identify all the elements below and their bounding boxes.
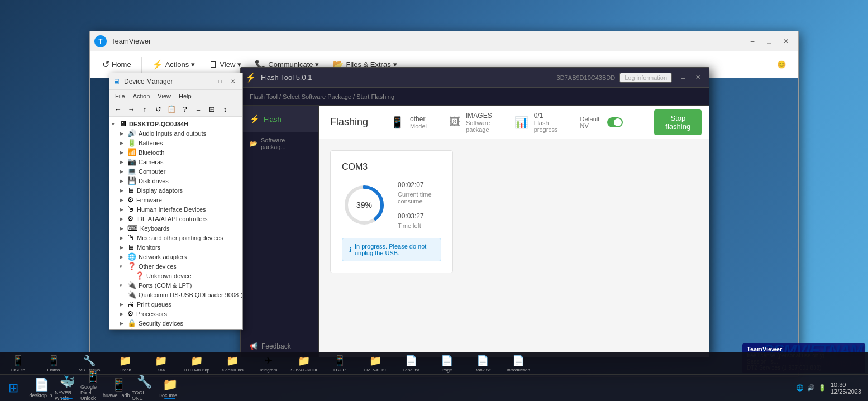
tv-home-button[interactable]: ↺ Home: [97, 56, 137, 73]
dm-ports-item[interactable]: ▾ 🔌 Ports (COM & LPT): [109, 280, 242, 290]
taskbar-desktop-ini[interactable]: 📄 desktop.ini: [29, 376, 54, 400]
view-label: View: [220, 60, 235, 69]
dm-batteries-item[interactable]: ▶ 🔋 Batteries: [109, 138, 242, 147]
flash-log-button[interactable]: Log information: [619, 73, 672, 83]
dm-security-item[interactable]: ▶ 🔒 Security devices: [109, 318, 242, 328]
com-port: COM3: [342, 162, 441, 172]
si-hisuite[interactable]: 📱HiSuite: [0, 352, 36, 375]
stop-flashing-button[interactable]: Stop flashing: [654, 109, 702, 135]
si-emma[interactable]: 📱Emma: [36, 352, 71, 375]
taskbar-date: 12/25/2023: [831, 388, 861, 395]
pkg-label: Software packag...: [261, 137, 309, 150]
dm-title-icon: 🖥: [113, 77, 121, 86]
taskbar-pixel-unlock[interactable]: 📱 Google Pixel Unlock 2.6...: [80, 376, 105, 400]
flash-close-button[interactable]: ✕: [691, 72, 704, 83]
dm-keyboards-item[interactable]: ▶ ⌨ Keyboards: [109, 223, 242, 233]
time-consume-value: 00:02:07: [398, 181, 441, 189]
tv-close-button[interactable]: ✕: [778, 35, 794, 47]
dm-monitors-item[interactable]: ▶ 🖥 Monitors: [109, 242, 242, 252]
dm-computer-item[interactable]: ▶ 💻 Computer: [109, 166, 242, 176]
desktop-ini-icon: 📄: [34, 378, 49, 392]
dm-other-item[interactable]: ▾ ❓ Other devices: [109, 261, 242, 271]
dm-up-button[interactable]: ↑: [139, 103, 151, 116]
si-htc[interactable]: 📁HTC M8 Bkp: [179, 352, 214, 375]
tv-minimize-button[interactable]: –: [745, 35, 760, 47]
dm-unknown-device-item[interactable]: ❓ Unknown device: [109, 271, 242, 280]
dm-view-btn3[interactable]: ↕: [219, 103, 231, 116]
dm-back-button[interactable]: ←: [112, 103, 124, 116]
dm-computer-root[interactable]: ▾ 🖥 DESKTOP-QO0J84H: [109, 119, 242, 128]
dm-diskdrives-item[interactable]: ▶ 💾 Disk drives: [109, 176, 242, 185]
dm-forward-button[interactable]: →: [125, 103, 137, 116]
default-nv-toggle: Default NV: [580, 116, 623, 129]
dm-menu-view[interactable]: View: [154, 90, 174, 102]
flash-card: COM3 39% 00:0: [330, 150, 453, 273]
si-label[interactable]: 📄Label.txt: [393, 352, 429, 375]
si-bank[interactable]: 📄Bank.txt: [465, 352, 500, 375]
sidebar-software-pkg[interactable]: 📂 Software packag...: [241, 132, 318, 155]
home-icon: ↺: [102, 59, 109, 70]
dm-processors-item[interactable]: ▶ ⚙ Processors: [109, 309, 242, 318]
documents-icon: 📁: [163, 378, 178, 392]
dm-printqueue-item[interactable]: ▶ 🖨 Print queues: [109, 299, 242, 309]
lgup-icon: 📱: [333, 355, 346, 367]
si-x64[interactable]: 📁X64: [143, 352, 179, 375]
sidebar-flash-item[interactable]: ⚡ Flash: [241, 106, 318, 132]
si-crack[interactable]: 📁Crack: [107, 352, 143, 375]
dm-refresh-button[interactable]: ↺: [152, 103, 164, 116]
si-page[interactable]: 📄Page: [429, 352, 465, 375]
dm-menu-action[interactable]: Action: [130, 90, 154, 102]
taskbar-documents[interactable]: 📁 Docume...: [158, 376, 182, 400]
dm-ide-item[interactable]: ▶ ⚙ IDE ATA/ATAPI controllers: [109, 214, 242, 223]
start-button[interactable]: ⊞: [0, 375, 27, 402]
dm-audio-item[interactable]: ▶ 🔊 Audio inputs and outputs: [109, 128, 242, 138]
flash-minimize-button[interactable]: –: [676, 72, 690, 83]
dm-maximize-button[interactable]: □: [214, 77, 226, 87]
time-left-label: Time left: [398, 222, 441, 229]
intro-icon: 📄: [512, 355, 524, 367]
taskbar-naver-whale[interactable]: 🐳 NAVER Whale: [55, 376, 79, 400]
info-icon: ℹ: [349, 246, 351, 254]
si-xiaomi[interactable]: 📁XiaoMiFlas: [214, 352, 250, 375]
time-consume-label: Current time consume: [398, 191, 441, 204]
cmr-icon: 📁: [369, 355, 381, 367]
si-lgup[interactable]: 📱LGUP: [322, 352, 357, 375]
nv-toggle-switch[interactable]: [607, 117, 623, 127]
tv-actions-button[interactable]: ⚡ Actions ▾: [146, 56, 201, 73]
sidebar-flash-label: Flash: [264, 115, 282, 123]
taskbar-huawei-adb[interactable]: 📱 huawei_adb...: [106, 376, 131, 400]
computer-label: DESKTOP-QO0J84H: [129, 121, 188, 127]
taskbar-time: 10:30: [831, 381, 861, 388]
tv-emoji-button[interactable]: 😊: [771, 57, 791, 72]
dm-properties-button[interactable]: 📋: [165, 103, 178, 116]
dm-bluetooth-item[interactable]: ▶ 📶 Bluetooth: [109, 147, 242, 157]
x64-icon: 📁: [155, 355, 167, 367]
dm-display-item[interactable]: ▶ 🖥 Display adaptors: [109, 185, 242, 195]
dm-device-tree: ▾ 🖥 DESKTOP-QO0J84H ▶ 🔊 Audio inputs and…: [109, 117, 242, 329]
flash-info-message: ℹ In progress. Please do not unplug the …: [342, 238, 441, 261]
tv-maximize-button[interactable]: □: [761, 35, 777, 47]
dm-firmware-item[interactable]: ▶ ⚙ Firmware: [109, 195, 242, 204]
page-icon: 📄: [441, 355, 453, 367]
si-sov41[interactable]: 📁SOV41-KDDI: [286, 352, 322, 375]
flash-tool-icon: ⚡: [245, 72, 256, 83]
dm-view-btn1[interactable]: ≡: [192, 103, 204, 116]
dm-mice-item[interactable]: ▶ 🖱 Mice and other pointing devices: [109, 233, 242, 242]
dm-qualcomm-loader-item[interactable]: 🔌 Qualcomm HS-USB QDLoader 9008 (C: [109, 290, 242, 299]
dm-hid-item[interactable]: ▶ 🖱 Human Interface Devices: [109, 204, 242, 214]
dm-network-item[interactable]: ▶ 🌐 Network adapters: [109, 252, 242, 261]
home-label: Home: [112, 60, 131, 69]
si-telegram[interactable]: ✈Telegram: [250, 352, 286, 375]
dm-cameras-item[interactable]: ▶ 📷 Cameras: [109, 157, 242, 166]
htc-icon: 📁: [190, 355, 203, 367]
si-cmr[interactable]: 📁CMR-AL19.: [357, 352, 393, 375]
taskbar-tool-one[interactable]: 🔧 TOOL ONE: [132, 376, 156, 400]
dm-swcomponents-item[interactable]: ▶ 📦 Software components: [109, 328, 242, 329]
si-intro[interactable]: 📄Introduction: [500, 352, 536, 375]
dm-close-button[interactable]: ✕: [227, 77, 239, 87]
dm-menu-file[interactable]: File: [112, 90, 128, 102]
dm-minimize-button[interactable]: –: [201, 77, 213, 87]
dm-view-btn2[interactable]: ⊞: [206, 103, 218, 116]
dm-menu-help[interactable]: Help: [175, 90, 195, 102]
dm-help-button[interactable]: ?: [179, 103, 191, 116]
